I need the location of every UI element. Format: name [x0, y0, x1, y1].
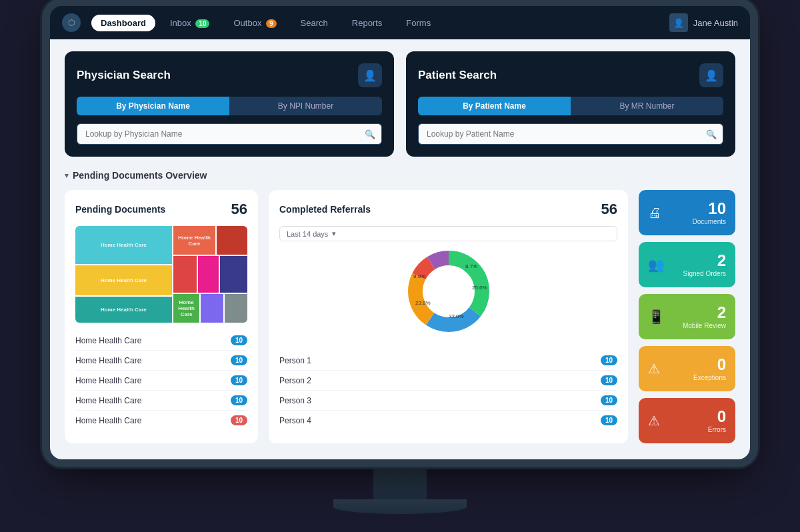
exceptions-number: 0 [693, 357, 726, 373]
physician-tab-name[interactable]: By Physician Name [77, 97, 229, 115]
treemap-row-2: Home Health Care [75, 265, 172, 295]
pd-card-header: Pending Documents 56 [75, 201, 247, 218]
treemap-cell-8 [220, 256, 247, 292]
svg-text:8.7%: 8.7% [465, 263, 477, 269]
nav-tab-search[interactable]: Search [291, 15, 337, 31]
stat-card-errors[interactable]: ⚠ 0 Errors [639, 398, 735, 443]
treemap-cell-1: Home Health Care [75, 226, 172, 264]
treemap-right: Home Health Care Home Health Care [173, 226, 247, 323]
physician-tab-npi[interactable]: By NPI Number [229, 97, 382, 115]
patient-search-icon: 🔍 [706, 129, 717, 139]
stat-card-right: 0 Errors [708, 409, 726, 433]
stat-card-right: 2 Mobile Review [683, 305, 726, 329]
treemap-bottom-right: Home Health Care [173, 294, 247, 323]
pd-list: Home Health Care 10 Home Health Care 10 … [75, 331, 247, 430]
signed-orders-label: Signed Orders [683, 270, 726, 277]
treemap-cell-3: Home Health Care [75, 297, 172, 323]
treemap-mid-right [173, 256, 247, 292]
stat-card-right: 10 Documents [692, 201, 726, 225]
nav-tab-reports[interactable]: Reports [343, 15, 392, 31]
pd-count: 56 [231, 201, 247, 218]
app-logo: ⬡ [62, 13, 81, 32]
physician-search-title: Physician Search [77, 69, 171, 82]
documents-number: 10 [692, 201, 726, 217]
patient-tab-mr[interactable]: By MR Number [571, 97, 723, 115]
physician-search-input[interactable] [77, 123, 382, 145]
cr-filter-dropdown[interactable]: Last 14 days ▾ [279, 226, 617, 241]
patient-search-header: Patient Search 👤 [418, 63, 723, 87]
physician-search-icon: 🔍 [365, 129, 375, 139]
list-item: Home Health Care 10 [75, 411, 247, 430]
list-item: Home Health Care 10 [75, 371, 247, 391]
stat-card-exceptions[interactable]: ⚠ 0 Exceptions [639, 346, 735, 391]
patient-search-title: Patient Search [418, 69, 497, 82]
monitor-stand-base [333, 499, 467, 514]
errors-number: 0 [708, 409, 726, 425]
inbox-badge: 10 [195, 19, 209, 28]
nav-tab-outbox[interactable]: Outbox 9 [224, 15, 285, 31]
stat-card-right: 0 Exceptions [693, 357, 726, 381]
exceptions-icon: ⚠ [648, 361, 660, 377]
mobile-review-label: Mobile Review [683, 322, 726, 329]
treemap-cell-7 [198, 256, 218, 292]
nav-tab-inbox[interactable]: Inbox 10 [161, 15, 219, 31]
exceptions-label: Exceptions [693, 374, 726, 381]
mobile-review-icon: 📱 [648, 309, 665, 325]
chevron-icon: ▾ [65, 171, 69, 180]
treemap-cell-4: Home Health Care [173, 226, 216, 255]
cr-title: Completed Referrals [279, 204, 371, 215]
documents-icon: 🖨 [648, 205, 661, 221]
physician-search-header: Physician Search 👤 [77, 63, 382, 87]
physician-search-tabs: By Physician Name By NPI Number [77, 97, 382, 115]
errors-icon: ⚠ [648, 413, 660, 429]
user-info: 👤 Jane Austin [669, 13, 738, 32]
stat-card-documents[interactable]: 🖨 10 Documents [639, 190, 735, 235]
svg-text:25.6%: 25.6% [472, 285, 487, 291]
mobile-review-number: 2 [683, 305, 726, 321]
physician-icon: 👤 [358, 63, 382, 87]
treemap-cell-2: Home Health Care [75, 265, 172, 295]
treemap-left: Home Health Care Home Health Care Home H… [75, 226, 172, 323]
nav-tab-forms[interactable]: Forms [397, 15, 440, 31]
cr-count: 56 [601, 201, 617, 218]
physician-search-card: Physician Search 👤 By Physician Name By … [65, 51, 394, 157]
svg-text:32.0%: 32.0% [449, 313, 464, 319]
cr-filter-label: Last 14 days [287, 230, 328, 238]
treemap-cell-6 [173, 256, 197, 292]
signed-orders-icon: 👥 [648, 257, 665, 273]
stat-card-mobile-review[interactable]: 📱 2 Mobile Review [639, 294, 735, 339]
treemap-chart: Home Health Care Home Health Care Home H… [75, 226, 247, 323]
cr-list: Person 1 10 Person 2 10 Person 3 10 Pe [279, 351, 617, 430]
stat-card-signed-orders[interactable]: 👥 2 Signed Orders [639, 242, 735, 287]
list-item: Home Health Care 10 [75, 391, 247, 411]
list-item: Person 2 10 [279, 371, 617, 391]
list-item: Home Health Care 10 [75, 331, 247, 351]
pending-overview-header: ▾ Pending Documents Overview [65, 170, 735, 181]
monitor-wrapper: ⬡ Dashboard Inbox 10 Outbox 9 Search Rep… [33, 6, 767, 526]
patient-tab-name[interactable]: By Patient Name [418, 97, 571, 115]
physician-search-input-wrap: 🔍 [77, 123, 382, 145]
documents-label: Documents [692, 218, 726, 225]
patient-search-card: Patient Search 👤 By Patient Name By MR N… [406, 51, 735, 157]
stat-cards-column: 🖨 10 Documents 👥 2 Signed Orders [639, 190, 735, 443]
user-icon: 👤 [669, 13, 688, 32]
list-item: Person 1 10 [279, 351, 617, 371]
treemap-cell-11 [225, 294, 247, 323]
treemap-top-right: Home Health Care [173, 226, 247, 255]
completed-referrals-card: Completed Referrals 56 Last 14 days ▾ [269, 190, 628, 443]
patient-search-input[interactable] [418, 123, 723, 145]
svg-text:23.8%: 23.8% [415, 300, 431, 306]
dashboard-row: Pending Documents 56 Home Health Care Ho… [65, 190, 735, 443]
nav-tab-dashboard[interactable]: Dashboard [91, 15, 155, 31]
main-content: Physician Search 👤 By Physician Name By … [50, 39, 750, 459]
treemap-cell-9: Home Health Care [173, 294, 200, 323]
errors-label: Errors [708, 426, 726, 433]
list-item: Person 3 10 [279, 391, 617, 411]
cr-header: Completed Referrals 56 [279, 201, 617, 218]
donut-chart: 8.7% 25.6% 32.0% 23.8% 9.9% [279, 241, 617, 341]
patient-icon: 👤 [699, 63, 723, 87]
pending-documents-card: Pending Documents 56 Home Health Care Ho… [65, 190, 258, 443]
stat-card-right: 2 Signed Orders [683, 253, 726, 277]
list-item: Home Health Care 10 [75, 351, 247, 371]
donut-svg: 8.7% 25.6% 32.0% 23.8% 9.9% [399, 241, 499, 341]
